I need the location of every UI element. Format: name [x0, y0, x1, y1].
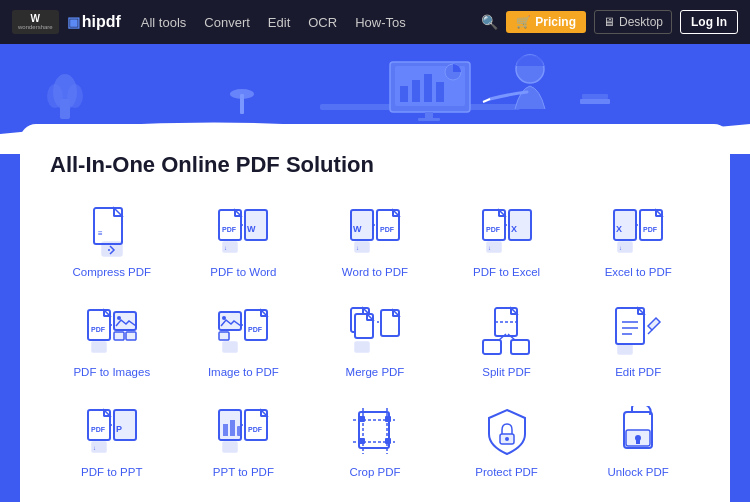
pricing-button[interactable]: 🛒 Pricing: [506, 11, 586, 33]
tool-word-to-pdf[interactable]: W PDF ↓ Word to PDF: [313, 198, 437, 286]
nav-right: 🔍 🛒 Pricing 🖥 Desktop Log In: [481, 10, 738, 34]
protect-pdf-icon: [481, 406, 533, 458]
nav-edit[interactable]: Edit: [268, 15, 290, 30]
svg-point-16: [67, 84, 83, 108]
pdf-to-excel-icon: PDF X ↓: [481, 206, 533, 258]
nav-convert[interactable]: Convert: [204, 15, 250, 30]
ppt-to-pdf-icon: PDF: [217, 406, 269, 458]
desktop-icon: 🖥: [603, 15, 615, 29]
tool-excel-to-pdf[interactable]: X PDF ↓ Excel to PDF: [576, 198, 700, 286]
login-label: Log In: [691, 15, 727, 29]
svg-text:PDF: PDF: [643, 226, 658, 233]
tool-compress-pdf[interactable]: ≡ Compress PDF: [50, 198, 174, 286]
svg-rect-4: [400, 86, 408, 102]
svg-text:↓: ↓: [619, 245, 622, 251]
svg-rect-5: [412, 80, 420, 102]
tool-ppt-to-pdf[interactable]: PDF PPT to PDF: [182, 398, 306, 486]
tool-pdf-to-excel[interactable]: PDF X ↓ PDF to Excel: [445, 198, 569, 286]
svg-point-126: [505, 437, 509, 441]
compress-pdf-label: Compress PDF: [72, 266, 151, 278]
svg-rect-115: [223, 442, 237, 452]
svg-rect-19: [580, 99, 610, 104]
edit-pdf-label: Edit PDF: [615, 366, 661, 378]
svg-text:↓: ↓: [93, 445, 96, 451]
svg-text:PDF: PDF: [248, 326, 263, 333]
svg-rect-89: [483, 340, 501, 354]
crop-pdf-label: Crop PDF: [349, 466, 400, 478]
svg-rect-20: [582, 94, 608, 99]
navbar: W wondershare ▣ hipdf All tools Convert …: [0, 0, 750, 44]
svg-point-18: [230, 89, 254, 99]
svg-rect-108: [223, 424, 228, 436]
tool-edit-pdf[interactable]: Edit PDF: [576, 298, 700, 386]
svg-text:W: W: [353, 224, 362, 234]
svg-rect-110: [237, 426, 241, 436]
split-pdf-icon: [481, 306, 533, 358]
merge-pdf-label: Merge PDF: [346, 366, 405, 378]
ws-text: wondershare: [18, 24, 53, 30]
svg-text:↓: ↓: [356, 245, 359, 251]
svg-text:PDF: PDF: [486, 226, 501, 233]
tool-crop-pdf[interactable]: Crop PDF: [313, 398, 437, 486]
tools-grid: ≡ Compress PDF PDF W: [50, 198, 700, 486]
page-title: All-In-One Online PDF Solution: [50, 152, 700, 178]
wondershare-logo[interactable]: W wondershare: [12, 10, 59, 34]
svg-rect-10: [418, 118, 440, 121]
svg-rect-98: [618, 344, 632, 354]
hipdf-text: hipdf: [82, 13, 121, 31]
pdf-to-ppt-icon: PDF P ↓: [86, 406, 138, 458]
compress-pdf-icon: ≡: [86, 206, 138, 258]
crop-pdf-icon: [349, 406, 401, 458]
tool-split-pdf[interactable]: Split PDF: [445, 298, 569, 386]
svg-text:P: P: [116, 424, 122, 434]
nav-how-tos[interactable]: How-Tos: [355, 15, 406, 30]
svg-text:X: X: [616, 224, 622, 234]
pdf-to-images-icon: PDF: [86, 306, 138, 358]
pdf-to-word-label: PDF to Word: [210, 266, 276, 278]
nav-links: All tools Convert Edit OCR How-Tos: [141, 15, 406, 30]
svg-text:X: X: [511, 224, 517, 234]
login-button[interactable]: Log In: [680, 10, 738, 34]
svg-text:W: W: [247, 224, 256, 234]
hipdf-logo[interactable]: ▣ hipdf: [67, 13, 121, 31]
word-to-pdf-icon: W PDF ↓: [349, 206, 401, 258]
svg-text:PDF: PDF: [91, 326, 106, 333]
desktop-button[interactable]: 🖥 Desktop: [594, 10, 672, 34]
image-to-pdf-label: Image to PDF: [208, 366, 279, 378]
svg-point-15: [47, 84, 63, 108]
main-card: All-In-One Online PDF Solution ≡ Compres…: [20, 124, 730, 502]
svg-rect-123: [359, 438, 365, 444]
tool-pdf-to-ppt[interactable]: PDF P ↓ PDF to PPT: [50, 398, 174, 486]
protect-pdf-label: Protect PDF: [475, 466, 538, 478]
svg-text:PDF: PDF: [248, 426, 263, 433]
split-pdf-label: Split PDF: [482, 366, 531, 378]
excel-to-pdf-label: Excel to PDF: [605, 266, 672, 278]
nav-all-tools[interactable]: All tools: [141, 15, 187, 30]
hipdf-icon: ▣: [67, 14, 80, 30]
svg-line-97: [648, 330, 652, 334]
pricing-cart-icon: 🛒: [516, 15, 531, 29]
svg-rect-7: [436, 82, 444, 102]
svg-text:↓: ↓: [488, 245, 491, 251]
svg-rect-130: [636, 440, 640, 444]
tool-merge-pdf[interactable]: Merge PDF: [313, 298, 437, 386]
tool-image-to-pdf[interactable]: PDF Image to PDF: [182, 298, 306, 386]
tool-unlock-pdf[interactable]: Unlock PDF: [576, 398, 700, 486]
nav-ocr[interactable]: OCR: [308, 15, 337, 30]
svg-rect-122: [385, 416, 391, 422]
svg-rect-109: [230, 420, 235, 436]
merge-pdf-icon: [349, 306, 401, 358]
excel-to-pdf-icon: X PDF ↓: [612, 206, 664, 258]
tool-protect-pdf[interactable]: Protect PDF: [445, 398, 569, 486]
edit-pdf-icon: [612, 306, 664, 358]
svg-rect-90: [511, 340, 529, 354]
svg-text:≡: ≡: [98, 229, 103, 238]
unlock-pdf-icon: [612, 406, 664, 458]
svg-rect-66: [92, 342, 106, 352]
svg-rect-67: [219, 312, 241, 330]
tool-pdf-to-word[interactable]: PDF W ↓ PDF to Word: [182, 198, 306, 286]
search-icon[interactable]: 🔍: [481, 14, 498, 30]
tool-pdf-to-images[interactable]: PDF PDF to Images: [50, 298, 174, 386]
svg-rect-121: [359, 416, 365, 422]
svg-rect-69: [219, 332, 229, 340]
